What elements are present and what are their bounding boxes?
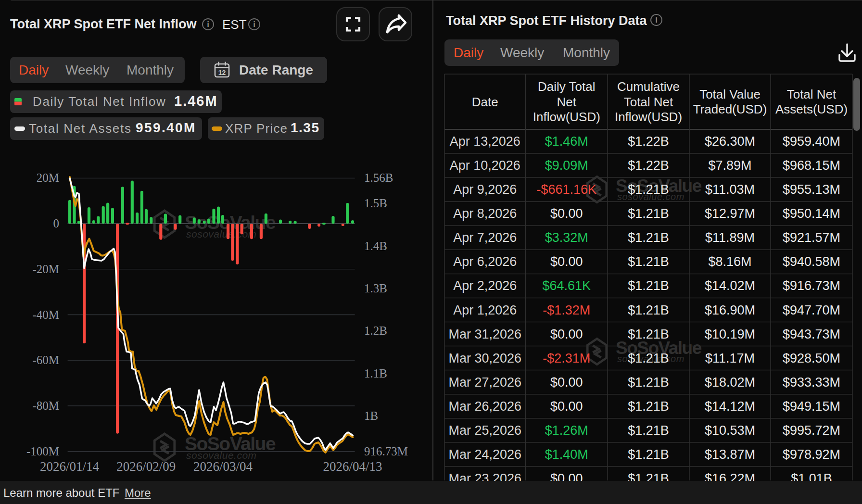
- svg-text:Mar 31,2026: Mar 31,2026: [448, 327, 521, 341]
- svg-text:$1.21B: $1.21B: [628, 351, 669, 365]
- svg-text:$11.89M: $11.89M: [705, 230, 755, 245]
- svg-text:1.4B: 1.4B: [364, 239, 387, 252]
- svg-text:Traded(USD): Traded(USD): [693, 102, 767, 116]
- svg-text:$1.46M: $1.46M: [545, 134, 588, 149]
- svg-text:$7.89M: $7.89M: [708, 158, 751, 173]
- svg-text:$1.21B: $1.21B: [628, 327, 669, 341]
- svg-text:$995.72M: $995.72M: [783, 423, 840, 438]
- svg-text:$943.73M: $943.73M: [783, 327, 840, 341]
- svg-text:Mar 26,2026: Mar 26,2026: [448, 399, 521, 414]
- svg-text:Inflow(USD): Inflow(USD): [533, 110, 600, 124]
- svg-text:$3.32M: $3.32M: [545, 230, 588, 245]
- svg-text:Mar 30,2026: Mar 30,2026: [448, 351, 521, 365]
- svg-text:1.5B: 1.5B: [364, 197, 387, 210]
- svg-text:Inflow(USD): Inflow(USD): [615, 110, 682, 124]
- svg-text:$1.22B: $1.22B: [628, 158, 669, 173]
- svg-text:$1.21B: $1.21B: [628, 399, 669, 414]
- svg-text:-$2.31M: -$2.31M: [543, 351, 590, 365]
- svg-text:$928.50M: $928.50M: [783, 351, 840, 365]
- svg-text:Apr 6,2026: Apr 6,2026: [453, 254, 517, 269]
- svg-text:$0.00: $0.00: [550, 254, 583, 269]
- svg-text:$0.00: $0.00: [550, 399, 583, 414]
- svg-text:$1.40M: $1.40M: [545, 447, 588, 462]
- svg-text:$1.21B: $1.21B: [628, 182, 669, 197]
- svg-text:$940.58M: $940.58M: [783, 254, 840, 269]
- svg-text:Total Value: Total Value: [699, 87, 761, 101]
- svg-text:$9.09M: $9.09M: [545, 158, 588, 173]
- svg-text:Mar 23,2026: Mar 23,2026: [448, 471, 521, 481]
- svg-text:Cumulative: Cumulative: [617, 79, 680, 94]
- svg-text:$26.30M: $26.30M: [705, 134, 755, 149]
- svg-text:Date: Date: [472, 95, 498, 109]
- svg-text:-80M: -80M: [32, 399, 59, 412]
- svg-text:$1.21B: $1.21B: [628, 303, 669, 317]
- svg-text:Mar 27,2026: Mar 27,2026: [448, 375, 521, 390]
- svg-text:2026/01/14: 2026/01/14: [40, 459, 100, 474]
- svg-text:Mar 25,2026: Mar 25,2026: [448, 423, 521, 438]
- svg-text:Daily Total: Daily Total: [538, 79, 595, 94]
- svg-text:$14.12M: $14.12M: [705, 399, 755, 414]
- svg-text:$14.02M: $14.02M: [705, 278, 755, 293]
- svg-text:Apr 13,2026: Apr 13,2026: [450, 134, 520, 149]
- svg-text:-40M: -40M: [32, 308, 59, 321]
- svg-text:$0.00: $0.00: [550, 375, 583, 390]
- svg-text:$0.00: $0.00: [550, 327, 583, 341]
- svg-text:1.2B: 1.2B: [364, 324, 387, 337]
- svg-text:Apr 9,2026: Apr 9,2026: [453, 182, 517, 197]
- svg-text:20M: 20M: [37, 171, 59, 184]
- svg-text:12: 12: [218, 69, 226, 76]
- svg-text:0: 0: [53, 217, 60, 230]
- svg-text:$1.22B: $1.22B: [628, 134, 669, 149]
- svg-text:$0.00: $0.00: [550, 471, 583, 481]
- svg-text:$1.21B: $1.21B: [628, 447, 669, 462]
- svg-text:-60M: -60M: [32, 353, 59, 366]
- svg-text:$10.19M: $10.19M: [705, 327, 755, 341]
- svg-text:1.3B: 1.3B: [364, 282, 387, 295]
- svg-text:$1.21B: $1.21B: [628, 230, 669, 245]
- svg-text:$950.14M: $950.14M: [783, 206, 840, 221]
- svg-text:$955.13M: $955.13M: [783, 182, 840, 197]
- svg-text:Apr 7,2026: Apr 7,2026: [453, 230, 517, 245]
- svg-text:1.1B: 1.1B: [364, 367, 387, 380]
- svg-text:Net: Net: [557, 95, 577, 109]
- svg-text:$921.57M: $921.57M: [783, 230, 840, 245]
- svg-text:Apr 8,2026: Apr 8,2026: [453, 206, 517, 221]
- svg-text:sosovalue.com: sosovalue.com: [186, 228, 257, 239]
- svg-text:$12.97M: $12.97M: [705, 206, 755, 221]
- svg-text:-100M: -100M: [26, 445, 59, 458]
- svg-text:2026/03/04: 2026/03/04: [193, 459, 253, 474]
- svg-text:$18.02M: $18.02M: [705, 375, 755, 390]
- svg-text:Total Net: Total Net: [787, 87, 837, 101]
- svg-text:-20M: -20M: [32, 263, 59, 276]
- svg-text:$1.21B: $1.21B: [628, 206, 669, 221]
- svg-text:$978.92M: $978.92M: [783, 447, 840, 462]
- svg-text:$11.17M: $11.17M: [705, 351, 755, 365]
- svg-text:$1.21B: $1.21B: [628, 375, 669, 390]
- svg-text:$1.21B: $1.21B: [628, 278, 669, 293]
- svg-text:$1.01B: $1.01B: [791, 471, 832, 481]
- svg-text:$0.00: $0.00: [550, 206, 583, 221]
- svg-text:$16.90M: $16.90M: [705, 303, 755, 317]
- svg-text:2026/04/13: 2026/04/13: [323, 459, 382, 474]
- svg-text:916.73M: 916.73M: [364, 445, 408, 458]
- svg-text:$1.26M: $1.26M: [545, 423, 588, 438]
- svg-text:$64.61K: $64.61K: [543, 278, 591, 293]
- svg-text:-$661.16K: -$661.16K: [536, 182, 596, 197]
- svg-text:$13.87M: $13.87M: [705, 447, 755, 462]
- svg-text:$1.21B: $1.21B: [628, 423, 669, 438]
- svg-text:$916.73M: $916.73M: [783, 278, 840, 293]
- svg-text:$1.21B: $1.21B: [628, 471, 669, 481]
- svg-text:$8.16M: $8.16M: [708, 254, 751, 269]
- svg-text:-$1.32M: -$1.32M: [543, 303, 590, 317]
- svg-text:$947.70M: $947.70M: [783, 303, 840, 317]
- svg-text:Total Net: Total Net: [624, 95, 673, 109]
- svg-text:$949.15M: $949.15M: [783, 399, 840, 414]
- svg-text:Apr 2,2026: Apr 2,2026: [453, 278, 517, 293]
- svg-text:$968.15M: $968.15M: [783, 158, 840, 173]
- svg-text:$10.53M: $10.53M: [705, 423, 755, 438]
- svg-text:Assets(USD): Assets(USD): [775, 102, 848, 116]
- svg-text:Mar 24,2026: Mar 24,2026: [448, 447, 521, 462]
- svg-text:$11.03M: $11.03M: [705, 182, 755, 197]
- svg-text:$1.21B: $1.21B: [628, 254, 669, 269]
- svg-text:1.56B: 1.56B: [364, 171, 393, 184]
